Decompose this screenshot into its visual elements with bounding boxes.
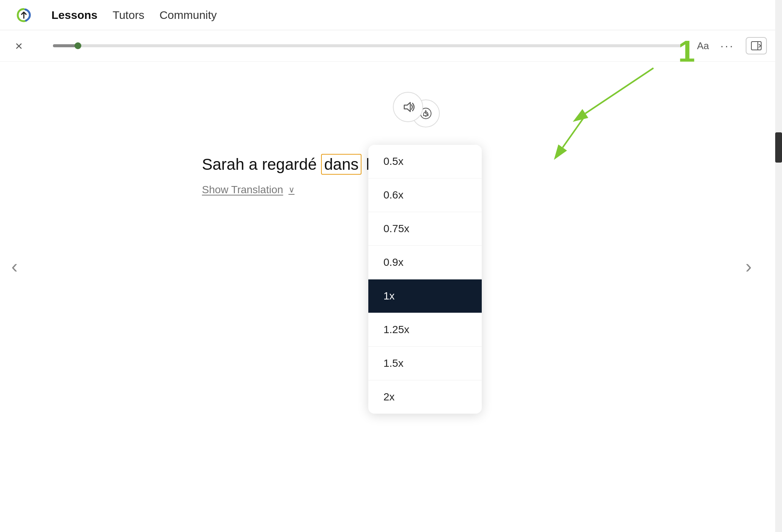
speed-option-2x[interactable]: 2x — [368, 380, 482, 414]
sentence-before: Sarah a regardé — [202, 155, 321, 173]
play-audio-button[interactable] — [393, 92, 423, 122]
close-button[interactable]: × — [15, 39, 23, 53]
speed-option-0.9x[interactable]: 0.9x — [368, 246, 482, 279]
speed-option-0.75x[interactable]: 0.75x — [368, 212, 482, 246]
prev-button[interactable]: ‹ — [11, 255, 18, 277]
speed-dropdown: 0.5x0.6x0.75x0.9x1x1.25x1.5x2x — [368, 145, 482, 414]
progress-dot — [74, 42, 81, 49]
highlighted-word[interactable]: dans — [321, 154, 362, 175]
speaker-icon — [401, 100, 415, 114]
speed-option-1x[interactable]: 1x — [368, 279, 482, 313]
more-options-button[interactable]: ··· — [720, 39, 734, 52]
svg-rect-0 — [751, 42, 761, 50]
translation-chevron-icon: ∨ — [289, 185, 295, 195]
speed-option-1.25x[interactable]: 1.25x — [368, 313, 482, 347]
nav-community[interactable]: Community — [160, 9, 217, 22]
speed-option-0.5x[interactable]: 0.5x — [368, 145, 482, 178]
header: Lessons Tutors Community — [0, 0, 782, 30]
nav-lessons[interactable]: Lessons — [51, 9, 98, 22]
nav-tutors[interactable]: Tutors — [113, 9, 144, 22]
show-translation-label: Show Translation — [202, 184, 283, 196]
app-logo — [15, 6, 33, 24]
progress-bar — [53, 44, 682, 47]
toolbar-right: Aa ··· — [697, 37, 767, 54]
sidebar-toggle-button[interactable] — [746, 37, 767, 54]
svg-line-3 — [759, 46, 761, 47]
speed-option-1.5x[interactable]: 1.5x — [368, 347, 482, 380]
progress-fill — [53, 44, 78, 47]
next-button[interactable]: › — [745, 255, 752, 277]
speed-option-0.6x[interactable]: 0.6x — [368, 178, 482, 212]
main-content: ▾ Sarah a regardé dans le frigo. Show Tr… — [0, 62, 782, 211]
font-size-button[interactable]: Aa — [697, 40, 709, 52]
audio-controls: ▾ — [393, 92, 427, 122]
toolbar: × Aa ··· — [0, 30, 782, 62]
